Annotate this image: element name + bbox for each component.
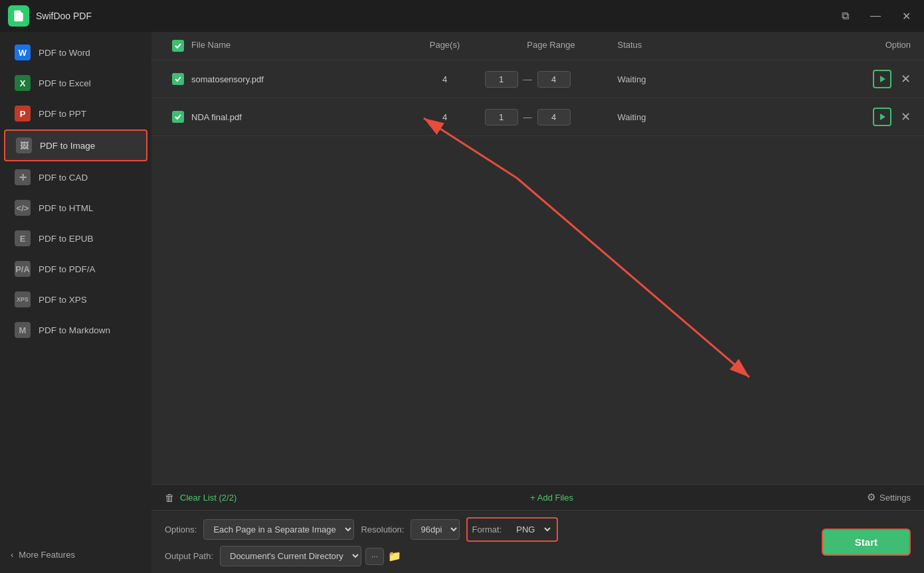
- row1-pages: 4: [405, 74, 485, 84]
- chevron-left-icon: ‹: [11, 550, 13, 560]
- html-icon: </>: [15, 200, 31, 216]
- row1-range-dash: —: [523, 74, 532, 84]
- trash-icon: 🗑: [165, 492, 175, 503]
- logo-icon: [12, 9, 25, 23]
- sidebar: W PDF to Word X PDF to Excel P PDF to PP…: [0, 32, 151, 573]
- clear-list-button[interactable]: 🗑 Clear List (2/2): [165, 492, 236, 503]
- row2-range-to[interactable]: [537, 109, 571, 125]
- start-button[interactable]: Start: [822, 529, 911, 556]
- options-select[interactable]: Each Page in a Separate Image: [203, 519, 354, 540]
- row1-page-range: —: [485, 71, 618, 88]
- more-features-button[interactable]: ‹ More Features: [0, 542, 151, 568]
- row2-pages: 4: [405, 112, 485, 122]
- row1-status: Waiting: [618, 74, 832, 84]
- sidebar-label-excel: PDF to Excel: [39, 78, 91, 88]
- resolution-label: Resolution:: [361, 525, 404, 534]
- sidebar-label-image: PDF to Image: [40, 141, 95, 151]
- row2-checkbox-cell: [165, 111, 191, 123]
- word-icon: W: [15, 44, 31, 60]
- close-button[interactable]: ✕: [897, 7, 916, 25]
- row1-file-name: somatosensory.pdf: [191, 74, 405, 84]
- sidebar-item-pdf-to-cad[interactable]: ✛ PDF to CAD: [4, 163, 147, 192]
- row2-range-from[interactable]: [485, 109, 518, 125]
- sidebar-item-pdf-to-image[interactable]: 🖼 PDF to Image: [4, 129, 147, 161]
- row2-page-range: —: [485, 109, 618, 125]
- row1-checkbox[interactable]: [172, 73, 184, 85]
- sidebar-item-pdf-to-markdown[interactable]: M PDF to Markdown: [4, 315, 147, 345]
- svg-marker-3: [880, 114, 885, 120]
- title-bar: SwifDoo PDF ⧉ — ✕: [0, 0, 924, 32]
- sidebar-label-cad: PDF to CAD: [39, 173, 88, 183]
- sidebar-item-pdf-to-epub[interactable]: E PDF to EPUB: [4, 224, 147, 253]
- format-label: Format:: [472, 525, 502, 534]
- add-files-button[interactable]: + Add Files: [530, 493, 573, 503]
- output-path-select[interactable]: Document's Current Directory: [220, 546, 361, 566]
- arrow-annotation: [384, 112, 769, 397]
- sidebar-label-markdown: PDF to Markdown: [39, 325, 110, 335]
- excel-icon: X: [15, 75, 31, 91]
- options-row-1: Options: Each Page in a Separate Image R…: [165, 517, 558, 542]
- settings-button[interactable]: Settings: [879, 493, 911, 503]
- settings-icon: ⚙: [867, 491, 876, 503]
- sidebar-label-word: PDF to Word: [39, 48, 90, 58]
- row2-range-dash: —: [523, 112, 532, 122]
- open-folder-button[interactable]: 📁: [388, 550, 401, 562]
- header-option: Option: [831, 40, 911, 52]
- epub-icon: E: [15, 230, 31, 246]
- xps-icon: XPS: [15, 291, 31, 307]
- row2-file-name: NDA final.pdf: [191, 112, 405, 122]
- header-pages: Page(s): [405, 40, 485, 52]
- sidebar-item-pdf-to-excel[interactable]: X PDF to Excel: [4, 68, 147, 98]
- app-title: SwifDoo PDF: [36, 11, 836, 21]
- pdfa-icon: P/A: [15, 261, 31, 277]
- row2-play-button[interactable]: [873, 108, 891, 126]
- browse-dots-button[interactable]: ···: [365, 548, 384, 565]
- cad-icon: ✛: [15, 169, 31, 185]
- output-path-label: Output Path:: [165, 551, 213, 561]
- restore-button[interactable]: ⧉: [836, 7, 854, 25]
- row2-options: ✕: [831, 108, 911, 126]
- settings-group: ⚙ Settings: [867, 491, 911, 503]
- sidebar-item-pdf-to-ppt[interactable]: P PDF to PPT: [4, 99, 147, 128]
- options-two-rows: Options: Each Page in a Separate Image R…: [165, 517, 558, 566]
- header-checkbox-cell: [165, 40, 191, 52]
- window-controls: ⧉ — ✕: [836, 7, 916, 25]
- options-bar: Options: Each Page in a Separate Image R…: [151, 510, 924, 573]
- content-wrapper: File Name Page(s) Page Range Status Opti…: [151, 32, 924, 573]
- table-row: somatosensory.pdf 4 — Waiting ✕: [151, 60, 924, 98]
- row1-range-from[interactable]: [485, 71, 518, 88]
- table-row: NDA final.pdf 4 — Waiting ✕: [151, 98, 924, 136]
- more-features-label: More Features: [19, 550, 75, 560]
- row2-checkbox[interactable]: [172, 111, 184, 123]
- resolution-select[interactable]: 96dpi: [411, 519, 460, 540]
- output-path-group: Document's Current Directory ··· 📁: [220, 546, 401, 566]
- clear-list-label: Clear List (2/2): [180, 493, 236, 503]
- row1-range-to[interactable]: [537, 71, 571, 88]
- select-all-checkbox[interactable]: [172, 40, 184, 52]
- sidebar-item-pdf-to-word[interactable]: W PDF to Word: [4, 38, 147, 67]
- sidebar-label-epub: PDF to EPUB: [39, 234, 94, 244]
- header-file-name: File Name: [191, 40, 405, 52]
- row2-delete-button[interactable]: ✕: [901, 111, 911, 123]
- sidebar-item-pdf-to-html[interactable]: </> PDF to HTML: [4, 193, 147, 222]
- minimize-button[interactable]: —: [865, 7, 886, 25]
- ppt-icon: P: [15, 106, 31, 122]
- sidebar-item-pdf-to-xps[interactable]: XPS PDF to XPS: [4, 285, 147, 314]
- row1-play-button[interactable]: [873, 70, 891, 88]
- bottom-bar: 🗑 Clear List (2/2) + Add Files ⚙ Setting…: [151, 484, 924, 510]
- options-label: Options:: [165, 525, 197, 534]
- sidebar-item-pdf-to-pdfa[interactable]: P/A PDF to PDF/A: [4, 254, 147, 284]
- row1-delete-button[interactable]: ✕: [901, 73, 911, 85]
- row2-status: Waiting: [618, 112, 832, 122]
- row1-options: ✕: [831, 70, 911, 88]
- header-status: Status: [618, 40, 832, 52]
- markdown-icon: M: [15, 322, 31, 338]
- format-select[interactable]: PNG: [507, 520, 553, 539]
- sidebar-label-xps: PDF to XPS: [39, 295, 87, 305]
- file-table: File Name Page(s) Page Range Status Opti…: [151, 32, 924, 484]
- main-layout: W PDF to Word X PDF to Excel P PDF to PP…: [0, 32, 924, 573]
- app-logo: [8, 5, 29, 27]
- svg-line-6: [517, 178, 749, 377]
- row1-checkbox-cell: [165, 73, 191, 85]
- svg-marker-2: [880, 76, 885, 82]
